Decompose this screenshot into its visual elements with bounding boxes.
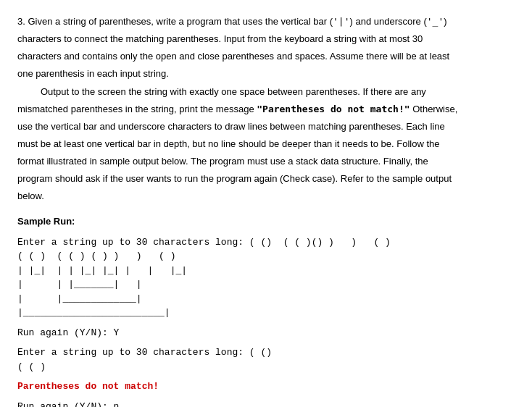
- run-again-2-block: Run again (Y/N): n: [17, 400, 515, 407]
- problem-line6: mismatched parentheses in the string, pr…: [17, 102, 515, 117]
- problem-line2: characters to connect the matching paren…: [17, 32, 515, 46]
- terminal-diagram2-line1: ( ( ): [17, 360, 515, 374]
- terminal-block-1: Enter a string up to 30 characters long:…: [17, 235, 515, 320]
- problem-line5: Output to the screen the string with exa…: [17, 85, 515, 99]
- terminal-diagram1-line4: | |_____________|: [17, 292, 515, 306]
- run-again-1: Run again (Y/N): Y: [17, 326, 515, 340]
- terminal-diagram1-line2: | |_| | | |_| |_| | | |_|: [17, 264, 515, 278]
- problem-line3: characters and contains only the open an…: [17, 49, 515, 64]
- terminal-diagram1-line3: | | |_______| |: [17, 277, 515, 292]
- problem-line1: Given a string of parentheses, write a p…: [28, 16, 446, 27]
- terminal-diagram1-line1: ( ( ) ( ( ) ( ) ) ) ( ): [17, 249, 515, 264]
- sample-run-label: Sample Run:: [17, 216, 515, 227]
- problem-description: 3. Given a string of parentheses, write …: [17, 14, 515, 204]
- terminal-prompt-2: Enter a string up to 30 characters long:…: [17, 345, 515, 360]
- problem-line9: format illustrated in sample output belo…: [17, 154, 515, 169]
- problem-line10: program should ask if the user wants to …: [17, 172, 515, 186]
- run-again-1-block: Run again (Y/N): Y: [17, 326, 515, 340]
- no-match-block: Parentheses do not match!: [17, 379, 515, 394]
- run-again-2: Run again (Y/N): n: [17, 400, 515, 407]
- terminal-prompt-1-text: Enter a string up to 30 characters long:…: [17, 237, 391, 248]
- problem-line4: one parenthesis in each input string.: [17, 67, 515, 81]
- terminal-diagram1-line5: |_________________________|: [17, 306, 515, 320]
- terminal-block-2: Enter a string up to 30 characters long:…: [17, 345, 515, 374]
- no-match-message: Parentheses do not match!: [17, 379, 515, 394]
- problem-line8: must be at least one vertical bar in dep…: [17, 137, 515, 151]
- problem-number: 3.: [17, 16, 25, 27]
- problem-line11: below.: [17, 189, 515, 204]
- problem-line7: use the vertical bar and underscore char…: [17, 119, 515, 134]
- terminal-prompt-1: Enter a string up to 30 characters long:…: [17, 235, 515, 250]
